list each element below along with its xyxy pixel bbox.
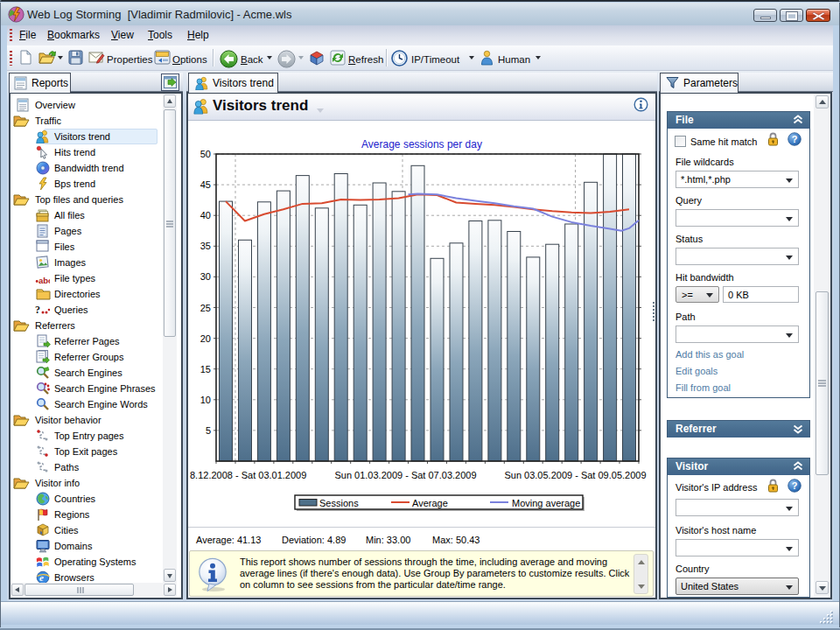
svg-text:15: 15 (200, 364, 211, 374)
svg-text:40: 40 (200, 210, 211, 220)
svg-text:Moving average: Moving average (512, 498, 580, 508)
svg-text:Average: Average (412, 498, 448, 508)
svg-text:50: 50 (200, 149, 211, 159)
svg-text:?: ? (35, 304, 40, 316)
svg-text:45: 45 (200, 179, 211, 190)
svg-text:e: e (39, 572, 44, 583)
svg-text:?: ? (792, 134, 798, 144)
svg-text:5: 5 (206, 425, 211, 436)
svg-text:25: 25 (200, 303, 211, 313)
svg-text:abc: abc (38, 276, 50, 285)
svg-text:10: 10 (200, 395, 211, 405)
svg-text:Average sessions per day: Average sessions per day (361, 138, 482, 150)
svg-text:20: 20 (200, 333, 211, 344)
svg-text:Sun 01.03.2009 - Sat 07.03.200: Sun 01.03.2009 - Sat 07.03.2009 (334, 470, 476, 480)
svg-text:30: 30 (200, 271, 211, 282)
svg-text:?: ? (792, 480, 798, 491)
svg-text:35: 35 (200, 241, 211, 251)
svg-text:8.12.2008 - Sat 03.01.2009: 8.12.2008 - Sat 03.01.2009 (190, 470, 306, 480)
svg-text:Sessions: Sessions (319, 498, 359, 508)
svg-text:Sun 03.05.2009 - Sat 09.05.200: Sun 03.05.2009 - Sat 09.05.2009 (504, 470, 646, 480)
